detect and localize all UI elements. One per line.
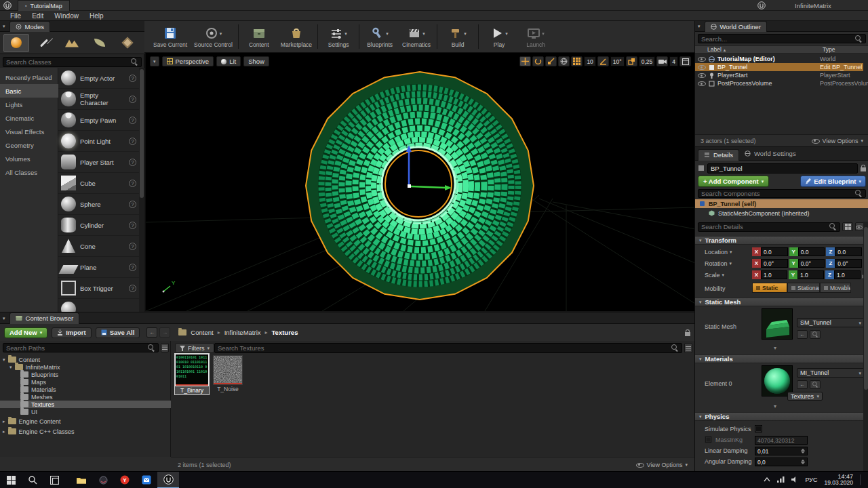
scale-snap-toggle[interactable] <box>626 56 637 66</box>
static-mesh-expander[interactable]: ▾ <box>774 345 776 351</box>
mode-place-button[interactable] <box>3 34 29 52</box>
maximize-viewport-button[interactable] <box>679 56 691 66</box>
tree-item-meshes[interactable]: Meshes <box>0 393 171 401</box>
rotation-snap-toggle[interactable] <box>597 56 609 66</box>
component-row-staticmesh[interactable]: StaticMeshComponent (Inherited) <box>695 209 868 218</box>
grid-snap-value[interactable]: 10 <box>584 56 595 66</box>
content-button[interactable]: Content <box>241 24 277 49</box>
list-item-cone[interactable]: Cone? <box>58 236 139 257</box>
edit-blueprint-link[interactable]: Edit BP_Tunnel <box>820 64 862 70</box>
unreal-editor-taskbar-button[interactable] <box>157 472 179 488</box>
outliner-row-bp-tunnel-selected[interactable]: BP_Tunnel Edit BP_Tunnel <box>695 63 863 71</box>
tab-options-chevron-icon[interactable]: ▾ <box>3 316 5 321</box>
details-scrollbar[interactable] <box>863 222 868 472</box>
start-button[interactable] <box>0 472 22 488</box>
tab-content-browser[interactable]: Content Browser <box>9 312 80 324</box>
clock[interactable]: 14:47 19.03.2020 <box>824 473 853 487</box>
list-item-empty-actor[interactable]: Empty Actor? <box>58 68 139 89</box>
list-item-cube[interactable]: Cube? <box>58 173 139 194</box>
asset-view-options-button[interactable] <box>684 343 692 353</box>
physics-section-header[interactable]: ▾Physics <box>695 412 863 421</box>
tree-item-materials[interactable]: Materials <box>0 386 171 393</box>
search-assets-input[interactable]: Search Textures <box>214 343 682 353</box>
save-all-button[interactable]: Save All <box>96 327 140 338</box>
breadcrumb-infinitematrix[interactable]: InfiniteMatrix <box>224 329 261 336</box>
network-icon[interactable] <box>777 476 785 483</box>
expander-icon[interactable]: ▾ <box>9 365 12 369</box>
content-browser-lock-icon[interactable] <box>685 332 690 336</box>
search-classes-input[interactable]: Search Classes <box>3 57 142 67</box>
tree-item-engine-cpp[interactable]: ▸Engine C++ Classes <box>0 428 171 435</box>
mobility-stationary-button[interactable]: Stationary <box>787 283 820 293</box>
use-selected-asset-button[interactable]: ← <box>797 380 808 389</box>
paths-options-button[interactable] <box>161 343 169 352</box>
help-icon[interactable]: ? <box>129 117 136 124</box>
list-item-cylinder[interactable]: Cylinder? <box>58 215 139 236</box>
outliner-search-input[interactable]: Search... <box>698 34 866 43</box>
modes-scrollbar[interactable] <box>139 68 144 312</box>
viewport-options-button[interactable]: ▾ <box>150 56 159 66</box>
tab-details[interactable]: Details <box>698 149 739 161</box>
visibility-eye-icon[interactable] <box>698 64 706 70</box>
outliner-row-map[interactable]: TutorialMap (Editor) World <box>695 55 863 63</box>
perspective-button[interactable]: Perspective <box>162 56 214 66</box>
list-item-sphere[interactable]: Sphere? <box>58 194 139 215</box>
location-y-field[interactable]: Y0.0 <box>789 247 825 256</box>
search-components-input[interactable]: Search Components <box>698 189 866 198</box>
document-tab-tutorialmap[interactable]: ▪ TutorialMap <box>18 0 70 11</box>
list-item-plane[interactable]: Plane? <box>58 257 139 278</box>
help-icon[interactable]: ? <box>129 222 136 229</box>
materials-expander[interactable]: ▾ <box>774 403 776 409</box>
camera-speed-value[interactable]: 4 <box>669 56 678 66</box>
cinematics-button[interactable]: ▾ Cinematics <box>398 24 435 49</box>
mail-app-button[interactable] <box>136 472 157 488</box>
browse-to-asset-button[interactable] <box>810 380 821 389</box>
notification-center-button[interactable] <box>860 474 864 485</box>
property-matrix-button[interactable] <box>842 222 853 231</box>
blueprints-button[interactable]: ▾ Blueprints <box>361 24 398 49</box>
rotation-x-field[interactable]: X0.0° <box>752 259 788 268</box>
breadcrumb-textures[interactable]: Textures <box>272 329 298 336</box>
search-paths-input[interactable]: Search Paths <box>3 343 159 352</box>
spinner[interactable] <box>801 449 805 453</box>
tree-item-maps[interactable]: Maps <box>0 378 171 386</box>
expander-icon[interactable]: ▸ <box>3 419 5 424</box>
scale-x-field[interactable]: X1.0 <box>752 270 787 279</box>
linear-damping-field[interactable]: 0,01 <box>755 447 808 455</box>
back-button[interactable]: ← <box>146 327 157 338</box>
scrollbar-thumb[interactable] <box>140 69 144 198</box>
tree-item-textures-selected[interactable]: Textures <box>0 401 171 408</box>
filters-button[interactable]: Filters ▾ <box>175 343 214 353</box>
use-selected-asset-button[interactable]: ← <box>797 330 808 339</box>
static-mesh-combo[interactable]: SM_Tunnel▾ <box>797 318 865 327</box>
tab-options-chevron-icon[interactable]: ▾ <box>3 24 5 28</box>
add-new-button[interactable]: Add New▾ <box>4 327 47 338</box>
taskbar-search-button[interactable] <box>22 472 43 488</box>
list-item-empty-pawn[interactable]: Empty Pawn? <box>58 110 139 131</box>
transform-section-header[interactable]: ▾Transform <box>695 236 863 245</box>
visibility-eye-icon[interactable] <box>698 72 706 79</box>
actor-name-field[interactable]: BP_Tunnel <box>707 163 858 174</box>
edit-blueprint-button[interactable]: Edit Blueprint▾ <box>800 176 866 187</box>
mode-landscape-button[interactable] <box>59 34 85 52</box>
help-icon[interactable]: ? <box>129 243 136 250</box>
textures-dropdown-button[interactable]: Textures▾ <box>787 392 823 401</box>
volume-icon[interactable] <box>791 476 798 483</box>
scale-z-field[interactable]: Z1.0 <box>825 270 861 279</box>
list-item-point-light[interactable]: Point Light? <box>58 131 139 152</box>
scale-label[interactable]: Scale <box>705 272 720 279</box>
build-button[interactable]: ▾ Build <box>439 24 476 49</box>
import-button[interactable]: Import <box>52 327 92 338</box>
lock-icon[interactable] <box>861 167 866 171</box>
viewport-3d[interactable]: Y ▾ Perspective Lit Show 10 10° 0,25 4 <box>145 53 694 311</box>
add-component-button[interactable]: + Add Component▾ <box>698 176 769 187</box>
source-control-button[interactable]: ▾ Source Control <box>191 24 236 49</box>
tree-item-engine-content[interactable]: ▸Engine Content <box>0 418 171 425</box>
materials-section-header[interactable]: ▾Materials <box>695 354 863 363</box>
mobility-static-button[interactable]: Static <box>752 283 787 293</box>
browse-to-asset-button[interactable] <box>810 330 821 339</box>
rotation-label[interactable]: Rotation <box>705 260 728 267</box>
mass-override-checkbox[interactable] <box>705 436 711 443</box>
tree-item-infinitematrix[interactable]: ▾InfiniteMatrix <box>0 363 171 371</box>
launch-button[interactable]: ▾ Launch <box>517 24 554 49</box>
